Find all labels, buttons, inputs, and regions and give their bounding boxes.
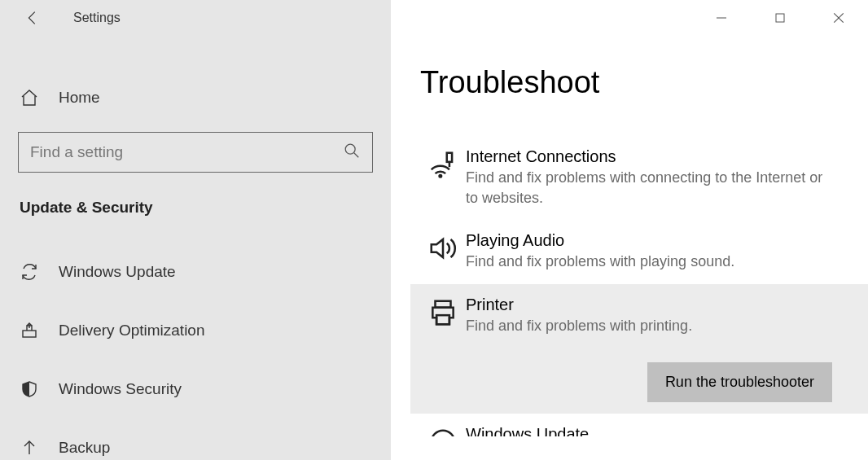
svg-point-9 <box>440 175 442 177</box>
sidebar-item-windows-security[interactable]: Windows Security <box>0 360 391 418</box>
delivery-optimization-icon <box>20 321 59 340</box>
sidebar: Settings Home Updat <box>0 0 391 460</box>
sidebar-item-label: Windows Security <box>59 380 182 398</box>
search-box[interactable] <box>18 132 373 173</box>
svg-line-1 <box>354 153 359 158</box>
back-button[interactable] <box>16 2 49 34</box>
run-troubleshooter-button[interactable]: Run the troubleshooter <box>647 362 832 402</box>
app-title: Settings <box>73 11 121 25</box>
sidebar-item-label: Delivery Optimization <box>59 322 205 340</box>
maximize-button[interactable] <box>751 0 809 36</box>
sidebar-category: Update & Security <box>0 173 391 225</box>
sidebar-home-label: Home <box>59 89 100 107</box>
troubleshooter-desc: Find and fix problems with printing. <box>466 316 844 336</box>
update-icon <box>420 425 466 427</box>
svg-rect-6 <box>776 14 784 22</box>
troubleshooter-name: Playing Audio <box>466 231 834 250</box>
close-button[interactable] <box>809 0 868 36</box>
search-icon <box>343 142 361 163</box>
minimize-button[interactable] <box>692 0 751 36</box>
troubleshooter-internet-connections[interactable]: Internet Connections Find and fix proble… <box>410 136 844 220</box>
page-title: Troubleshoot <box>420 65 844 100</box>
troubleshooter-printer[interactable]: Printer Find and fix problems with print… <box>410 284 868 414</box>
shield-icon <box>20 379 59 399</box>
audio-icon <box>420 231 466 272</box>
svg-rect-14 <box>436 315 449 324</box>
troubleshooter-name: Internet Connections <box>466 147 834 166</box>
sidebar-item-delivery-optimization[interactable]: Delivery Optimization <box>0 301 391 360</box>
main-content: Troubleshoot Internet Connections <box>391 0 868 460</box>
titlebar: Settings <box>0 0 391 36</box>
sidebar-item-windows-update[interactable]: Windows Update <box>0 243 391 301</box>
sidebar-item-label: Windows Update <box>59 263 176 281</box>
backup-icon <box>20 438 59 458</box>
svg-marker-12 <box>432 239 443 257</box>
search-input[interactable] <box>30 143 343 161</box>
troubleshooter-windows-update[interactable]: Windows Update <box>410 414 844 436</box>
sync-icon <box>20 262 59 282</box>
troubleshooter-list: Internet Connections Find and fix proble… <box>420 136 844 436</box>
troubleshooter-name: Printer <box>466 296 844 314</box>
svg-point-15 <box>432 431 455 436</box>
troubleshooter-desc: Find and fix problems with connecting to… <box>466 168 834 208</box>
svg-rect-10 <box>447 153 452 162</box>
svg-point-0 <box>345 144 355 154</box>
sidebar-item-backup[interactable]: Backup <box>0 418 391 460</box>
home-icon <box>20 88 59 107</box>
troubleshooter-name: Windows Update <box>466 425 834 436</box>
printer-icon <box>420 296 466 336</box>
sidebar-nav: Windows Update Delivery Optimization <box>0 243 391 460</box>
sidebar-item-label: Backup <box>59 439 110 457</box>
window-controls <box>692 0 868 36</box>
sidebar-home[interactable]: Home <box>0 73 391 122</box>
svg-rect-2 <box>23 331 36 337</box>
troubleshooter-desc: Find and fix problems with playing sound… <box>466 252 834 272</box>
troubleshooter-playing-audio[interactable]: Playing Audio Find and fix problems with… <box>410 220 844 283</box>
internet-icon <box>420 147 466 208</box>
